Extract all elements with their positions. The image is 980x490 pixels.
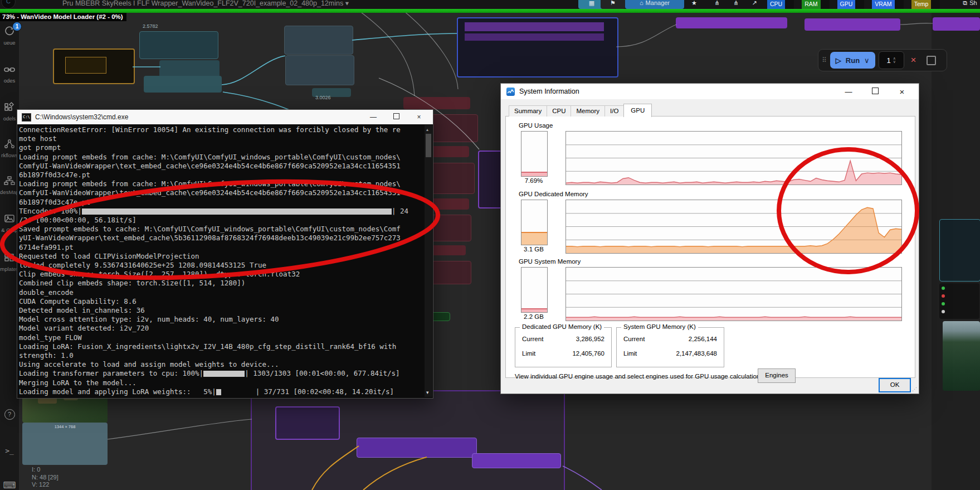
monitor-chip-cpu[interactable]: CPU (767, 0, 794, 9)
system-information-window: System Information — × SummaryCPUMemoryI… (500, 83, 919, 394)
sysinfo-tabs: SummaryCPUMemoryI/OGPU (509, 104, 651, 117)
progress-bar-fill (216, 389, 221, 395)
run-button[interactable]: ▷ Run ∨ (830, 52, 875, 69)
console-line: Saved prompt embeds to cache: M:\ComfyUI… (19, 225, 423, 234)
tab-memory[interactable]: Memory (571, 105, 605, 117)
console-line: /24 [00:00<00:00, 56.18it/s] (19, 216, 423, 225)
workflow-node[interactable] (472, 453, 561, 468)
workflow-node[interactable] (805, 18, 900, 31)
graph-icon: ⋔ (733, 0, 738, 7)
stop-button[interactable] (927, 56, 936, 65)
console-line: ComfyUI-WanVideoWrapper\text_embed_cache… (19, 188, 423, 197)
ok-button[interactable]: OK (879, 378, 911, 392)
tab-gpu[interactable]: GPU (623, 104, 652, 117)
monitor-chip-vram[interactable]: VRAM (872, 0, 903, 9)
sidebar-item-keyboard[interactable]: ⌨ (0, 480, 19, 490)
step-down-icon[interactable]: ∨ (893, 60, 896, 64)
console-line: Combined clip embeds shape: torch.Size([… (19, 279, 423, 288)
preview-image-thumbnail[interactable] (943, 321, 980, 391)
close-button[interactable]: × (891, 87, 913, 96)
maximize-button[interactable] (387, 113, 406, 121)
workflow-node[interactable] (139, 31, 218, 59)
cmd-title-bar[interactable]: C:\ C:\Windows\system32\cmd.exe — × (17, 110, 433, 124)
scroll-down-icon[interactable]: ▾ (426, 390, 429, 395)
sidebar-item-queue[interactable]: 1ueue (0, 25, 19, 46)
monitor-chip-gpu[interactable]: GPU (837, 0, 865, 9)
monitor-chip-temp[interactable]: Temp (911, 0, 940, 9)
workflow-node[interactable] (676, 17, 787, 28)
console-line: Loading transformer parameters to cpu: 1… (19, 369, 423, 378)
resize-grip[interactable]: ⋰ (912, 386, 917, 392)
workflow-node[interactable] (53, 48, 135, 84)
workflow-node[interactable] (403, 97, 470, 109)
sidebar-item-templates[interactable]: mplates (0, 253, 19, 272)
scrollbar[interactable]: ▴ ▾ (425, 125, 432, 397)
sidebar-item-workflows[interactable]: rkflows (0, 139, 19, 158)
tab-summary[interactable]: Summary (509, 105, 547, 117)
tab-cpu[interactable]: CPU (547, 105, 571, 117)
workflow-tab[interactable]: Pru MBEBR SkyReels I FLF Wrapper_WanVide… (62, 0, 349, 7)
play-icon: ▷ (836, 56, 841, 65)
gpu-usage-graph (565, 131, 902, 185)
sidebar-item-nodes[interactable]: odes (0, 65, 19, 84)
monitor-value-area (931, 0, 940, 9)
manager-button[interactable]: ⌂Manager (625, 0, 684, 9)
favorite-button[interactable]: ★ (683, 0, 705, 9)
console-line: Loading LoRA: Fusion_X_ingredients\light… (19, 342, 423, 351)
dedicated-gpu-memory-group: Dedicated GPU Memory (K) Current3,286,95… (515, 327, 612, 367)
engines-button[interactable]: Engines (758, 368, 796, 383)
terminal-icon: >_ (5, 447, 14, 455)
queue-icon: 1 (3, 25, 16, 38)
clear-queue-button[interactable]: × (911, 55, 916, 66)
share-button[interactable]: ⧉Sh (954, 0, 980, 9)
progress-bar-fill (203, 371, 245, 377)
comfyui-logo-icon[interactable]: C (1, 0, 16, 9)
sidebar-item-label: ueue (0, 40, 19, 46)
star-icon: ★ (691, 0, 697, 7)
scroll-thumb[interactable] (426, 134, 431, 157)
console-line: strength: 1.0 (19, 351, 423, 360)
workflow-node[interactable] (457, 17, 618, 77)
system-monitors: CPURAMGPUVRAMTemp (767, 0, 940, 9)
section-label: GPU Dedicated Memory (519, 191, 588, 197)
chevron-down-icon[interactable]: ∨ (864, 56, 870, 65)
monitor-value-area (895, 0, 904, 9)
maximize-button[interactable] (864, 88, 886, 96)
tab-io[interactable]: I/O (604, 105, 624, 117)
workflow-node[interactable] (939, 283, 979, 319)
gpu-dedicated-memory-graph (565, 200, 902, 254)
drag-handle-icon[interactable]: ⠿ (822, 56, 827, 64)
minimize-button[interactable]: — (364, 113, 383, 121)
bookmark-button[interactable]: ⚑ (601, 0, 625, 9)
sidebar-item-nodes-map[interactable]: desMap (0, 176, 19, 195)
workflow-node[interactable] (939, 219, 980, 282)
screen: 2.5782 3.0026 (0, 0, 980, 490)
sidebar-item-label: rkflows (0, 152, 19, 158)
gauge-value: 7.69% (517, 177, 550, 184)
monitor-value-area (785, 0, 794, 9)
sidebar-item-models[interactable]: odels (0, 102, 19, 122)
workflow-node[interactable] (275, 406, 340, 440)
scroll-up-icon[interactable]: ▴ (426, 127, 428, 132)
workflow-node[interactable] (144, 76, 222, 93)
console-line: Loading prompt embeds from cache: M:\Com… (19, 153, 423, 162)
sidebar-item-terminal[interactable]: >_ (0, 445, 19, 455)
sidebar-item-label: & Outp (0, 227, 19, 233)
workflow-node[interactable] (933, 17, 980, 31)
workflow-node[interactable] (285, 55, 354, 85)
sysinfo-title-bar[interactable]: System Information — × (501, 84, 919, 99)
workflow-node[interactable] (284, 26, 353, 55)
minimize-button[interactable]: — (837, 88, 860, 96)
sidebar-item-outputs[interactable]: & Outp (0, 214, 19, 233)
monitor-label: VRAM (872, 0, 894, 9)
monitor-chip-ram[interactable]: RAM (802, 0, 829, 9)
console-line: ComfyUI-WanVideoWrapper\text_embed_cache… (19, 162, 423, 171)
console-line: mote host (19, 134, 423, 143)
console-line: 6b1897f0d3c47e.pt (19, 171, 423, 179)
close-button[interactable]: × (409, 113, 428, 121)
workflow-node[interactable] (357, 438, 477, 458)
console-output: ConnectionResetError: [WinError 10054] A… (19, 125, 423, 396)
sidebar-item-help[interactable]: ? (0, 409, 19, 420)
queue-count-stepper[interactable]: 1 ∧∨ (879, 51, 904, 69)
expand-button[interactable]: ↗ (743, 0, 766, 9)
